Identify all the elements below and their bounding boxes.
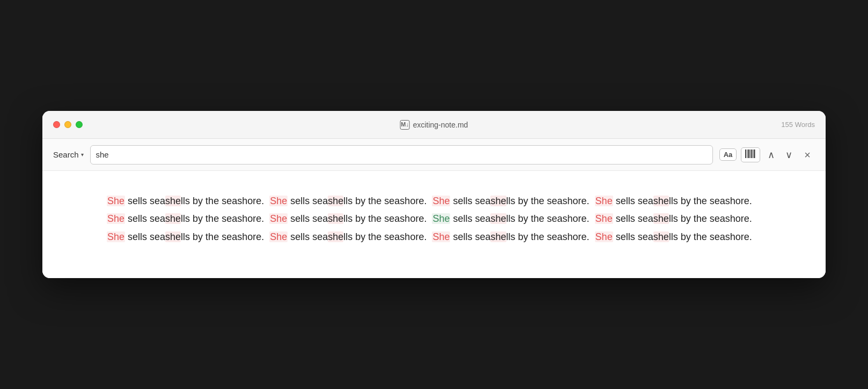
she-inline-4: she [653, 196, 669, 206]
window-title: exciting-note.md [413, 121, 468, 129]
nav-up-button[interactable]: ∧ [764, 148, 778, 162]
she-highlight-2: She [269, 196, 288, 206]
search-label-button[interactable]: Search ▾ [53, 150, 84, 159]
word-count: 155 Words [781, 121, 815, 129]
she-inline-2: she [328, 196, 343, 206]
svg-rect-4 [751, 149, 752, 158]
she-inline-9: she [165, 231, 181, 242]
she-highlight-1: She [107, 196, 125, 206]
she-highlight-3: She [432, 196, 450, 206]
content-paragraph: She sells seashells by the seashore. She… [107, 192, 761, 246]
she-inline-11: she [490, 231, 506, 242]
app-window: M↓ exciting-note.md 155 Words Search ▾ A… [42, 111, 826, 278]
she-highlight-12: She [595, 231, 613, 242]
search-chevron-icon: ▾ [81, 152, 84, 158]
she-inline-6: she [328, 213, 343, 224]
svg-rect-5 [753, 149, 753, 158]
svg-rect-1 [747, 149, 748, 158]
content-area: She sells seashells by the seashore. She… [42, 171, 826, 278]
search-input[interactable] [96, 150, 707, 159]
she-inline-7: she [490, 213, 506, 224]
search-close-button[interactable]: × [800, 148, 815, 161]
traffic-lights [53, 121, 83, 128]
she-highlight-11: She [432, 231, 450, 242]
she-highlight-7-current: She [432, 213, 450, 224]
svg-rect-0 [745, 149, 746, 158]
nav-down-button[interactable]: ∨ [782, 148, 796, 162]
search-bar: Search ▾ Aa ∧ ∨ × [42, 139, 826, 171]
minimize-traffic-light[interactable] [64, 121, 71, 128]
barcode-icon [745, 149, 756, 158]
search-actions: Aa ∧ ∨ × [719, 147, 815, 162]
titlebar: M↓ exciting-note.md 155 Words [42, 111, 826, 139]
she-highlight-4: She [595, 196, 613, 206]
she-inline-3: she [490, 196, 506, 206]
she-inline-8: she [653, 213, 669, 224]
whole-word-button[interactable] [741, 147, 760, 162]
she-highlight-10: She [269, 231, 288, 242]
she-highlight-8: She [595, 213, 613, 224]
she-inline-1: she [165, 196, 181, 206]
svg-rect-6 [754, 149, 755, 158]
svg-rect-2 [748, 149, 750, 158]
she-highlight-9: She [107, 231, 125, 242]
she-inline-12: she [653, 231, 669, 242]
she-inline-10: she [328, 231, 343, 242]
markdown-icon: M↓ [400, 120, 410, 130]
she-highlight-6: She [269, 213, 288, 224]
search-label-text: Search [53, 150, 79, 159]
titlebar-center: M↓ exciting-note.md [400, 120, 468, 130]
svg-rect-3 [750, 149, 751, 158]
search-input-container[interactable] [90, 145, 713, 164]
she-highlight-5: She [107, 213, 125, 224]
she-inline-5: she [165, 213, 181, 224]
maximize-traffic-light[interactable] [76, 121, 83, 128]
close-traffic-light[interactable] [53, 121, 60, 128]
match-case-button[interactable]: Aa [719, 148, 737, 161]
